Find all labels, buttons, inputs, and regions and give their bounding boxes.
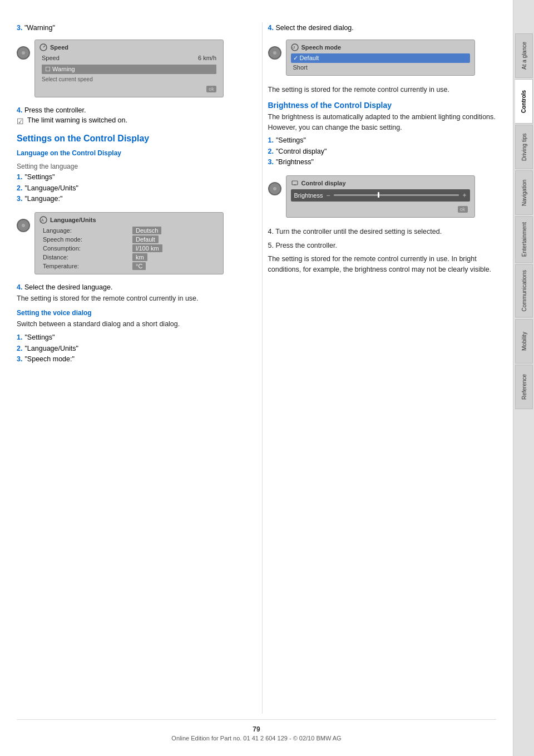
speech-screen-title-bar: ↺ Speech mode	[291, 43, 470, 51]
controller-knob-4[interactable]	[268, 182, 281, 195]
sidebar-tab-communications[interactable]: Communications	[515, 264, 533, 317]
svg-point-0	[22, 51, 25, 55]
warning-screen: Speed Speed 6 km/h ☐ Warning Select	[34, 40, 224, 97]
step4-press: 4. Press the controller.	[17, 106, 245, 114]
lang-step-1: 1."Settings"	[17, 173, 245, 183]
svg-rect-10	[292, 181, 298, 185]
right-column: 4. Select the desired dialog. ↺ Speech m…	[262, 22, 497, 714]
speed-screen-content: Speed 6 km/h ☐ Warning Select current sp…	[39, 53, 219, 94]
brightness-plus-icon: +	[462, 192, 466, 199]
brightness-screen-wrapper: Control display Brightness − + ok	[268, 171, 497, 223]
brightness-track	[334, 194, 459, 196]
final-text: The setting is stored for the remote con…	[268, 254, 497, 275]
screen1-btn: ok	[206, 86, 216, 92]
lang-stored-text: The setting is stored for the remote con…	[17, 293, 245, 304]
right-step4-text: Select the desired dialog.	[275, 24, 353, 32]
lang-row-1: Speech mode: Default	[39, 235, 219, 244]
lang-table: Language: Deutsch Speech mode: Default C…	[39, 226, 219, 271]
step3-num: 3.	[17, 24, 22, 32]
voice-dialog-intro: Switch between a standard dialog and a s…	[17, 319, 245, 330]
lang-icon: A	[39, 216, 47, 224]
brightness-minus-icon: −	[326, 192, 330, 199]
main-content: 3. "Warning" Speed	[0, 0, 513, 756]
sidebar: At a glance Controls Driving tips Naviga…	[513, 0, 534, 756]
display-icon	[291, 179, 299, 187]
section-title: Settings on the Control Display	[17, 134, 245, 144]
lang-screen-title-bar: A Language/Units	[39, 216, 219, 224]
lang-val-1: Default	[132, 235, 159, 243]
step3-intro: 3. "Warning"	[17, 24, 245, 32]
brightness-thumb	[378, 192, 379, 198]
svg-point-9	[273, 187, 276, 190]
lang-step-2: 2."Language/Units"	[17, 184, 245, 194]
knob-left	[17, 35, 30, 60]
brightness-step-3: 3."Brightness"	[268, 158, 497, 168]
sidebar-tab-entertainment[interactable]: Entertainment	[515, 216, 533, 263]
sidebar-tab-controls[interactable]: Controls	[515, 79, 533, 124]
knob-left-2	[17, 208, 30, 232]
speech-mode-screen: ↺ Speech mode ✓ Default Short	[286, 40, 475, 76]
lang-row-2: Consumption: l/100 km	[39, 244, 219, 253]
lang-step4: 4. Select the desired language.	[17, 283, 245, 291]
page-number: 79	[17, 725, 496, 733]
note-line: ☑ The limit warning is switched on.	[17, 116, 245, 126]
lang-val-4: °C	[132, 262, 146, 270]
speed-header-row: Speed 6 km/h	[39, 53, 219, 63]
lang-row-3: Distance: km	[39, 253, 219, 262]
voice-steps-list: 1."Settings" 2."Language/Units" 3."Speec…	[17, 333, 245, 365]
controller-knob-2[interactable]	[17, 219, 30, 232]
sidebar-tab-driving-tips[interactable]: Driving tips	[515, 125, 533, 169]
knob-right	[268, 35, 281, 60]
speed-value: 6 km/h	[198, 55, 216, 61]
voice-step-1: 1."Settings"	[17, 333, 245, 343]
warning-checkbox: ☐	[45, 66, 52, 72]
voice-step-2: 2."Language/Units"	[17, 344, 245, 354]
checkmark-icon: ☑	[17, 117, 24, 126]
sidebar-tab-at-a-glance[interactable]: At a glance	[515, 33, 533, 78]
lang-subsection-title: Language on the Control Display	[17, 149, 245, 157]
screen1-footer: ok	[39, 84, 219, 94]
select-speed-text: Select current speed	[39, 75, 219, 84]
setting-lang-title: Setting the language	[17, 163, 245, 170]
right-stored-text: The setting is stored for the remote con…	[268, 85, 497, 95]
controller-knob[interactable]	[17, 46, 30, 60]
press-text: 5. Press the controller.	[268, 240, 497, 251]
footer-text: Online Edition for Part no. 01 41 2 604 …	[17, 735, 496, 742]
speech-item-default[interactable]: ✓ Default	[291, 53, 470, 63]
sidebar-tab-navigation[interactable]: Navigation	[515, 170, 533, 215]
brightness-btn: ok	[458, 206, 468, 213]
screen-title-bar: Speed	[39, 43, 219, 51]
speed-icon	[39, 43, 47, 51]
speech-icon: ↺	[291, 43, 299, 51]
lang-screen-wrapper: A Language/Units Language: Deutsch Speec…	[17, 208, 245, 280]
brightness-step-2: 2."Control display"	[268, 147, 497, 157]
svg-line-2	[43, 46, 45, 47]
knob-right-2	[268, 171, 281, 195]
speech-item-short[interactable]: Short	[291, 63, 470, 72]
controller-knob-3[interactable]	[268, 46, 281, 60]
lang-screen-title: Language/Units	[50, 217, 96, 223]
left-column: 3. "Warning" Speed	[17, 22, 251, 714]
page-footer: 79 Online Edition for Part no. 01 41 2 6…	[17, 719, 496, 745]
lang-val-0: Deutsch	[132, 227, 161, 234]
speech-screen-title: Speech mode	[301, 44, 342, 51]
speed-screen-title: Speed	[50, 44, 68, 51]
brightness-screen-title-bar: Control display	[291, 179, 470, 187]
brightness-screen: Control display Brightness − + ok	[286, 175, 475, 218]
svg-point-3	[22, 224, 25, 227]
lang-val-2: l/100 km	[132, 244, 162, 252]
two-col-layout: 3. "Warning" Speed	[17, 22, 496, 714]
step3-text: "Warning"	[24, 24, 55, 32]
speech-screen-wrapper: ↺ Speech mode ✓ Default Short	[268, 35, 497, 81]
lang-units-screen: A Language/Units Language: Deutsch Speec…	[34, 212, 224, 274]
brightness-label: Brightness	[294, 192, 323, 199]
turn-text: 4. Turn the controller until the desired…	[268, 227, 497, 237]
right-step4-num: 4.	[268, 24, 274, 32]
sidebar-tab-mobility[interactable]: Mobility	[515, 319, 533, 364]
step4-num: 4.	[17, 106, 22, 114]
brightness-control[interactable]: Brightness − +	[291, 189, 470, 202]
sidebar-tab-reference[interactable]: Reference	[515, 365, 533, 409]
svg-text:↺: ↺	[292, 46, 295, 50]
lang-val-3: km	[132, 253, 147, 261]
lang-row-0: Language: Deutsch	[39, 226, 219, 235]
